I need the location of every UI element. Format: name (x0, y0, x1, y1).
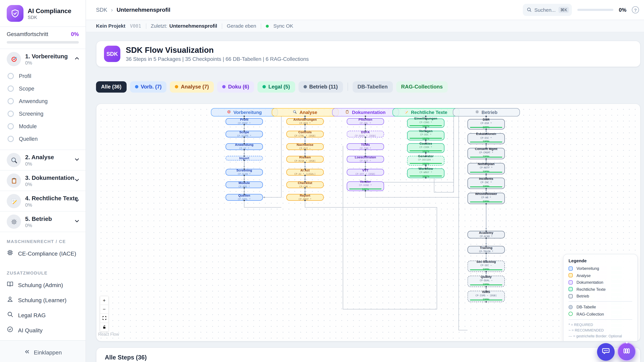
flow-group-vorbereitung[interactable]: Vorbereitung (211, 108, 278, 116)
filter-chip-rag-collections[interactable]: RAG-Collections (396, 81, 448, 92)
columns-fab-button[interactable] (617, 343, 636, 361)
steps-title: Alle Steps (36) (96, 348, 640, 362)
sidebar-item-legal-rag[interactable]: Legal RAG (0, 308, 86, 323)
flow-node-isms[interactable]: ISMSCP-ISMS ~ [DSB]100% (468, 291, 505, 302)
sidebar-item-quellen[interactable]: Quellen (7, 132, 80, 145)
flow-node-notfallplan[interactable]: NotfallplanCP-NOTF *100% (468, 163, 505, 174)
flow-node-report[interactable]: ReportCP-AREP * (286, 194, 324, 201)
section-heading: ZUSATZMODULE (0, 265, 86, 278)
phase-header-2-analyse[interactable]: 2. Analyse0% (7, 153, 80, 167)
sidebar-item-screening[interactable]: Screening (7, 107, 80, 120)
chevron-right-icon: › (111, 7, 113, 13)
sidebar-item-profil[interactable]: Profil (7, 69, 80, 82)
filter-chip-legal-5[interactable]: Legal (5) (258, 81, 295, 92)
phase-meta: 3. Dokumentation0% (25, 174, 70, 187)
flow-node-profil[interactable]: ProfilCP-PROF * (226, 118, 263, 125)
sidebar-item-ce-compliance-iace[interactable]: CE-Compliance (IACE) (0, 246, 86, 261)
node-handle (365, 168, 366, 170)
phase-header-3-dokumentation[interactable]: 3. Dokumentation0% (7, 173, 80, 188)
filter-chip-label: Legal (5) (268, 84, 290, 90)
flow-group-dokumentation[interactable]: Dokumentation (332, 108, 399, 116)
flow-node-anwendung[interactable]: AnwendungCP-UC * (226, 143, 263, 150)
flow-node-generator[interactable]: GeneratorCP-DOCGEN ~100% (407, 156, 444, 166)
filter-chip-betrieb-11[interactable]: Betrieb (11) (298, 81, 343, 92)
filter-chip-doku-6[interactable]: Doku (6) (217, 81, 254, 92)
flow-node-quality[interactable]: QualityCP-QUAL ~100% (468, 276, 505, 287)
flow-node-anforderungen[interactable]: AnforderungenCP-REQ * (286, 118, 324, 125)
help-icon[interactable]: ? (632, 6, 639, 13)
node-handle (244, 187, 245, 189)
flow-node-ai-act[interactable]: AI ActCP-AI * [LEGAL] (286, 169, 324, 176)
flow-node-consent-mgmt[interactable]: Consent MgmtCP-CMGMT *100% (468, 148, 505, 159)
flow-node-cookies[interactable]: CookiesCP-COOK *100% (407, 143, 444, 153)
sidebar-item-label: Quellen (19, 136, 38, 142)
sidebar-item-schulung-admin[interactable]: Schulung (Admin) (0, 277, 86, 293)
flow-node-module[interactable]: ModuleCP-MOD * (226, 182, 263, 188)
flow-node-scope[interactable]: ScopeCP-SCOPE * (226, 131, 263, 137)
phase-section-4-rechtliche-texte: 4. Rechtliche Texte0% (0, 191, 86, 212)
chat-fab-button[interactable] (597, 343, 615, 361)
flow-node-nachweise[interactable]: NachweiseCP-EVI ~ (286, 143, 324, 150)
chevron-down-icon (74, 197, 80, 205)
flow-node-eskalationen[interactable]: EskalationenCP-ESC *100% (468, 133, 505, 144)
flow-node-academy[interactable]: AcademyCP-ACAD * (468, 231, 505, 239)
flow-node-risiken[interactable]: RisikenCP-RISK * [DSB] (286, 156, 324, 163)
phase-header-1-vorbereitung[interactable]: 1. Vorbereitung0% (7, 52, 80, 66)
flow-canvas[interactable]: LegendeVorbereitungAnalyseDokumentationR… (96, 104, 640, 341)
flow-node-toms[interactable]: TOMsCP-TOM * (347, 143, 384, 150)
flow-node-dsfa[interactable]: DSFACP-DSFA * [DSB] (347, 131, 384, 137)
flow-group-rechtliche[interactable]: Rechtliche Texte (392, 108, 459, 116)
flow-node-vvt[interactable]: VVTCP-VVT * [DSB] (347, 169, 384, 176)
flow-node-vorlagen[interactable]: VorlagenCP-DOC *100% (407, 131, 444, 140)
node-progress-bar (470, 157, 502, 158)
flow-node-checklist[interactable]: ChecklistCP-CHK ~ (286, 182, 324, 188)
filter-chip-vorb-7[interactable]: Vorb. (7) (130, 81, 166, 92)
filter-chip-analyse-7[interactable]: Analyse (7) (170, 81, 214, 92)
flow-node-whistleblower[interactable]: WhistleblowerCP-WB *100% (468, 193, 505, 204)
filter-chip-label: Vorb. (7) (141, 84, 162, 90)
flow-node-quellen[interactable]: QuellenCP-SPOL * (226, 194, 263, 201)
phase-header-4-rechtliche-texte[interactable]: 4. Rechtliche Texte0% (7, 194, 80, 208)
zoom-in-button[interactable]: + (100, 296, 109, 305)
filter-chip-alle-36[interactable]: Alle (36) (96, 81, 126, 92)
flow-node-einwilligungen[interactable]: EinwilligungenCP-CONS *100% (407, 119, 444, 128)
flow-node-sec-backlog[interactable]: Sec-BacklogCP-SEC ~100% (468, 261, 505, 272)
legend-label: Vorbereitung (576, 266, 599, 271)
flow-node-training[interactable]: TrainingCP-TRAIN * (468, 246, 505, 254)
flow-node-dsr[interactable]: DSRCP-DSR *100% (468, 119, 505, 130)
flow-node-screening[interactable]: ScreeningCP-SCAN * (226, 169, 263, 176)
node-handle (365, 130, 366, 132)
sidebar-item-module[interactable]: Module (7, 120, 80, 132)
flow-group-betrieb[interactable]: Betrieb (453, 108, 520, 116)
flow-group-analyse[interactable]: Analyse (272, 108, 338, 116)
phase-header-5-betrieb[interactable]: 5. Betrieb0% (7, 215, 80, 229)
export-button[interactable]: Exportieren (0, 360, 86, 362)
sidebar-item-label: Anwendung (19, 98, 48, 104)
collapse-button[interactable]: Einklappen (0, 345, 86, 361)
filter-chip-db-tabellen[interactable]: DB-Tabellen (352, 81, 393, 92)
step-status-icon (8, 110, 14, 117)
overall-progress: Gesamtfortschritt 0% (0, 27, 86, 49)
lock-button[interactable] (100, 323, 109, 332)
phase-section-3-dokumentation: 3. Dokumentation0% (0, 171, 86, 191)
sidebar-item-anwendung[interactable]: Anwendung (7, 95, 80, 107)
flow-node-loeschfristen[interactable]: LoeschfristenCP-RET * (347, 156, 384, 163)
fit-view-button[interactable] (100, 314, 109, 323)
zoom-out-button[interactable]: − (100, 305, 109, 314)
flow-group-label: Betrieb (482, 110, 498, 115)
node-handle (425, 130, 426, 132)
search-input[interactable]: Suchen... ⌘K (522, 4, 572, 16)
node-progress-bar (410, 138, 442, 139)
flow-node-vendor[interactable]: VendorCP-VEND *100% (347, 182, 384, 191)
flow-node-controls[interactable]: ControlsCP-CTRL * [DSB] (286, 131, 324, 137)
flow-node-incidents[interactable]: IncidentsCP-INC *100% (468, 178, 505, 189)
sidebar-item-schulung-learner[interactable]: Schulung (Learner) (0, 293, 86, 308)
sidebar-item-scope[interactable]: Scope (7, 82, 80, 95)
cpu-icon (7, 249, 14, 258)
flow-node-pflichten[interactable]: PflichtenCP-OBL * (347, 118, 384, 125)
flow-node-workflow[interactable]: WorkflowCP-WRKF *100% (407, 168, 444, 178)
flow-node-import[interactable]: Import (226, 156, 263, 161)
sidebar-item-label: Schulung (Admin) (18, 282, 63, 288)
sidebar-item-ai-quality[interactable]: AI Quality (0, 323, 86, 338)
breadcrumb-root[interactable]: SDK (96, 7, 107, 13)
